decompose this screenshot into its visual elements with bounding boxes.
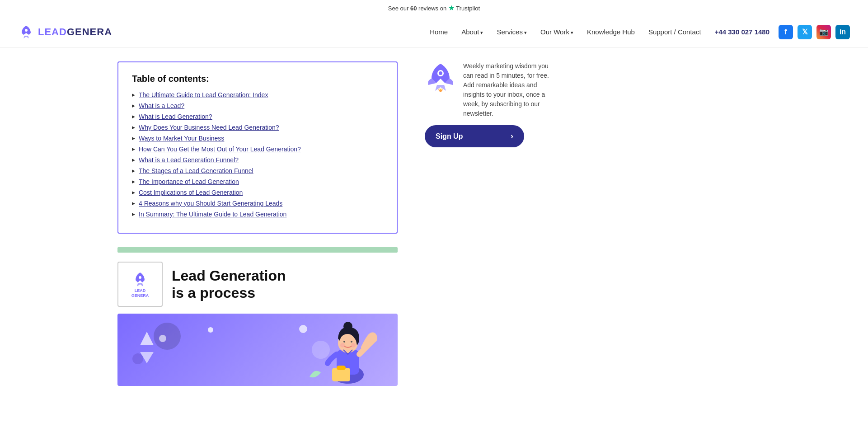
illustration-shapes	[131, 323, 176, 368]
toc-list: The Ultimate Guide to Lead Generation: I…	[132, 91, 383, 218]
lead-genera-logo-box: LEADGENERA	[117, 262, 163, 307]
svg-marker-13	[140, 332, 154, 345]
twitter-icon[interactable]: 𝕏	[798, 25, 812, 39]
instagram-icon[interactable]: 📷	[816, 25, 831, 39]
toc-link-stages[interactable]: The Stages of a Lead Generation Funnel	[139, 167, 253, 174]
illustration-person	[307, 314, 389, 386]
svg-point-14	[159, 335, 166, 342]
list-item: In Summary: The Ultimate Guide to Lead G…	[132, 211, 383, 218]
toc-link-reasons[interactable]: 4 Reasons why you Should Start Generatin…	[139, 200, 282, 207]
list-item: What is a Lead?	[132, 102, 383, 109]
lead-genera-logo-rocket	[131, 270, 149, 288]
svg-point-15	[132, 353, 143, 364]
newsletter-text: Weekly marketing wisdom you can read in …	[463, 61, 551, 118]
toc-link-funnel[interactable]: What is a Lead Generation Funnel?	[139, 156, 239, 164]
nav-our-work[interactable]: Our Work	[540, 28, 573, 36]
nav-about[interactable]: About	[461, 28, 483, 36]
newsletter-card: Weekly marketing wisdom you can read in …	[425, 61, 551, 147]
lead-genera-logo-text: LEADGENERA	[131, 288, 149, 298]
list-item: The Ultimate Guide to Lead Generation: I…	[132, 91, 383, 99]
svg-point-9	[343, 341, 345, 343]
content-left: Table of contents: The Ultimate Guide to…	[117, 61, 398, 386]
trustpilot-text: See our	[388, 5, 410, 12]
main-content: Table of contents: The Ultimate Guide to…	[0, 48, 868, 399]
section-divider	[117, 247, 398, 253]
toc-link-what-is-lg[interactable]: What is Lead Generation?	[139, 113, 212, 120]
linkedin-icon[interactable]: in	[835, 25, 850, 39]
toc-link-ways[interactable]: Ways to Market Your Business	[139, 135, 224, 142]
nav-services[interactable]: Services	[497, 28, 527, 36]
content-right: Weekly marketing wisdom you can read in …	[425, 61, 551, 386]
chevron-right-icon: ›	[511, 131, 513, 141]
signup-label: Sign Up	[436, 132, 463, 141]
logo-rocket-icon	[18, 24, 34, 40]
trustpilot-middle: reviews on	[418, 5, 446, 12]
phone-number: +44 330 027 1480	[715, 28, 769, 36]
toc-link-what-is-lead[interactable]: What is a Lead?	[139, 102, 184, 109]
lead-gen-title: Lead Generationis a process	[172, 267, 286, 302]
list-item: What is Lead Generation?	[132, 113, 383, 120]
list-item: Why Does Your Business Need Lead Generat…	[132, 124, 383, 131]
svg-point-6	[368, 334, 377, 343]
nav-support-contact[interactable]: Support / Contact	[648, 28, 701, 36]
table-of-contents: Table of contents: The Ultimate Guide to…	[117, 61, 398, 234]
logo-text: LEADGENERA	[38, 26, 112, 38]
list-item: 4 Reasons why you Should Start Generatin…	[132, 200, 383, 207]
illustration-dot-2	[299, 325, 307, 333]
toc-title: Table of contents:	[132, 74, 383, 84]
toc-link-summary[interactable]: In Summary: The Ultimate Guide to Lead G…	[139, 211, 286, 218]
nav-knowledge-hub[interactable]: Knowledge Hub	[587, 28, 635, 36]
svg-point-12	[351, 343, 356, 347]
toc-link-why[interactable]: Why Does Your Business Need Lead Generat…	[139, 124, 279, 131]
trustpilot-brand: Trustpilot	[456, 5, 480, 12]
toc-link-cost[interactable]: Cost Implications of Lead Generation	[139, 189, 243, 196]
list-item: The Stages of a Lead Generation Funnel	[132, 167, 383, 174]
toc-link-index[interactable]: The Ultimate Guide to Lead Generation: I…	[139, 91, 268, 99]
signup-button[interactable]: Sign Up ›	[425, 125, 524, 147]
svg-point-0	[25, 29, 28, 32]
toc-link-importance[interactable]: The Importance of Lead Generation	[139, 178, 239, 185]
lead-gen-card: LEADGENERA Lead Generationis a process	[117, 262, 398, 307]
logo-link[interactable]: LEADGENERA	[18, 24, 112, 40]
facebook-icon[interactable]: f	[779, 25, 793, 39]
svg-point-17	[439, 71, 442, 75]
social-icons: f 𝕏 📷 in	[779, 25, 850, 39]
toc-link-most-out[interactable]: How Can You Get the Most Out of Your Lea…	[139, 146, 301, 153]
trustpilot-count: 60	[410, 5, 417, 12]
svg-point-1	[139, 276, 141, 279]
list-item: Ways to Market Your Business	[132, 135, 383, 142]
list-item: How Can You Get the Most Out of Your Lea…	[132, 146, 383, 153]
nav-links: Home About Services Our Work Knowledge H…	[430, 28, 701, 36]
svg-point-11	[340, 343, 345, 347]
trustpilot-star-icon: ★	[448, 4, 455, 12]
list-item: What is a Lead Generation Funnel?	[132, 156, 383, 164]
illustration-dot-1	[208, 327, 213, 333]
main-nav: LEADGENERA Home About Services Our Work …	[0, 16, 868, 48]
trustpilot-bar: See our 60 reviews on ★ Trustpilot	[0, 0, 868, 16]
svg-rect-8	[337, 366, 346, 370]
list-item: The Importance of Lead Generation	[132, 178, 383, 185]
nav-home[interactable]: Home	[430, 28, 448, 36]
list-item: Cost Implications of Lead Generation	[132, 189, 383, 196]
newsletter-top: Weekly marketing wisdom you can read in …	[425, 61, 551, 118]
rocket-icon	[425, 61, 456, 95]
svg-point-10	[351, 341, 352, 343]
svg-point-5	[343, 322, 352, 331]
lead-gen-illustration	[117, 314, 398, 386]
